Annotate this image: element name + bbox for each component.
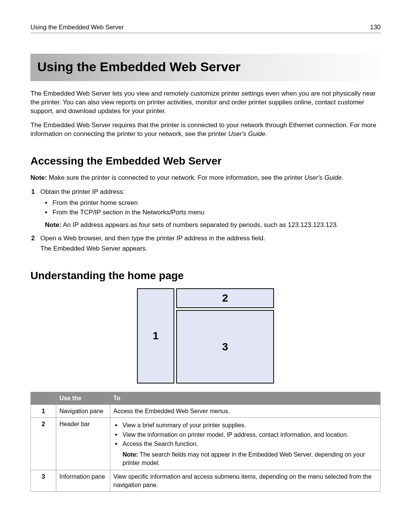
running-header-title: Using the Embedded Web Server (30, 23, 124, 31)
step-1-note: Note: An IP address appears as four sets… (45, 221, 381, 230)
row-to: View a brief summary of your printer sup… (110, 418, 381, 470)
row-to: View specific information and access sub… (110, 470, 381, 492)
row-use: Header bar (56, 418, 110, 470)
diagram-region-1: 1 (137, 288, 174, 383)
running-header: Using the Embedded Web Server 130 (30, 23, 381, 33)
note-label: Note: (30, 174, 47, 181)
table-header-to: To (110, 392, 381, 405)
access-note: Note: Make sure the printer is connected… (30, 174, 381, 182)
table-header-row: Use the To (31, 392, 381, 405)
table-row: 1 Navigation pane Access the Embedded We… (31, 404, 381, 418)
note-label: Note: (45, 221, 61, 228)
table-header-use: Use the (56, 392, 110, 405)
access-note-a: Make sure the printer is connected to yo… (47, 174, 304, 181)
row-index: 3 (31, 470, 56, 492)
row-2-note: Note: The search fields may not appear i… (123, 451, 377, 467)
step-1-bullets: From the printer home screen From the TC… (45, 199, 381, 217)
step-1-bullet-2: From the TCP/IP section in the Networks/… (45, 208, 381, 217)
table-header-blank (31, 392, 56, 405)
homepage-diagram: 1 2 3 (137, 288, 274, 383)
row-index: 1 (31, 404, 56, 418)
access-note-italic: User's Guide (304, 174, 342, 181)
access-note-b: . (342, 174, 344, 181)
step-2-text: Open a Web browser, and then type the pr… (40, 235, 265, 242)
step-2: Open a Web browser, and then type the pr… (31, 234, 381, 253)
intro-paragraph-2: The Embedded Web Server requires that th… (30, 121, 381, 139)
homepage-table: Use the To 1 Navigation pane Access the … (30, 392, 381, 492)
table-row: 2 Header bar View a brief summary of you… (31, 418, 381, 470)
table-row: 3 Information pane View specific informa… (31, 470, 381, 492)
step-1-note-text: An IP address appears as four sets of nu… (61, 221, 338, 228)
note-label: Note: (123, 451, 138, 458)
row-index: 2 (31, 418, 56, 470)
page-title: Using the Embedded Web Server (30, 54, 381, 81)
running-header-page-number: 130 (370, 23, 381, 31)
row-use: Navigation pane (56, 404, 110, 418)
intro-p2-b: . (265, 130, 267, 137)
row-2-bullet-3: Access the Search function. (115, 440, 377, 448)
row-to: Access the Embedded Web Server menus. (110, 404, 381, 418)
step-1: Obtain the printer IP address: From the … (31, 188, 381, 230)
section-accessing-heading: Accessing the Embedded Web Server (30, 154, 381, 168)
page: Using the Embedded Web Server 130 Using … (0, 0, 411, 518)
diagram-region-3: 3 (176, 310, 274, 383)
row-2-bullet-2: View the information on printer model, I… (115, 431, 377, 439)
step-1-text: Obtain the printer IP address: (40, 188, 125, 195)
intro-p2-a: The Embedded Web Server requires that th… (30, 121, 376, 137)
intro-p2-italic: User's Guide (228, 130, 266, 137)
intro-paragraph-1: The Embedded Web Server lets you view an… (30, 89, 381, 116)
row-2-note-text: The search fields may not appear in the … (123, 451, 365, 466)
step-2-sub: The Embedded Web Server appears. (40, 244, 381, 253)
section-homepage-heading: Understanding the home page (30, 268, 381, 283)
row-2-bullet-1: View a brief summary of your printer sup… (115, 421, 377, 430)
step-1-bullet-1: From the printer home screen (45, 199, 381, 208)
access-steps: Obtain the printer IP address: From the … (31, 188, 381, 254)
row-2-bullets: View a brief summary of your printer sup… (115, 421, 377, 448)
diagram-region-2: 2 (176, 288, 274, 308)
row-use: Information pane (56, 470, 110, 492)
